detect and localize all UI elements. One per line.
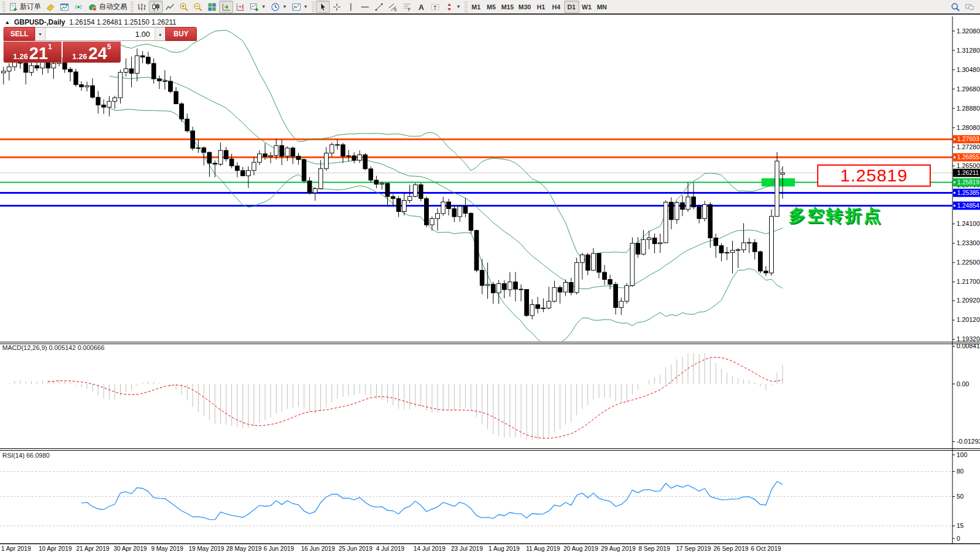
bar-chart-button[interactable] [135,1,149,13]
price-tick-label: 1.28880 [957,105,980,112]
sell-button[interactable]: SELL [4,27,35,41]
volume-input[interactable] [46,28,155,40]
price-flag-label: 1.25385 [957,189,979,196]
candle-body [158,79,162,81]
candle-body [452,209,456,217]
candle-body [391,197,395,198]
line-chart-button[interactable] [163,1,177,13]
candle-body [575,263,579,293]
buy-price-prefix: 1.26 [72,53,87,61]
buy-price-big: 24 [88,47,107,61]
fibonacci-button[interactable]: F [400,1,414,13]
templates-button[interactable]: ▼ [289,1,310,13]
timeframe-d1-button[interactable]: D1 [564,1,579,13]
equidistant-channel-button[interactable]: E [386,1,400,13]
vertical-line-button[interactable] [344,1,358,13]
candle-body [747,242,752,243]
indicators-button[interactable]: ▼ [247,1,268,13]
toolbar-grip [465,2,467,12]
arrows-button[interactable]: ▼ [442,1,463,13]
chat-button[interactable] [962,1,976,13]
candle-body [497,284,501,293]
search-button[interactable] [948,1,962,13]
candle-body [641,239,646,254]
autotrading-icon [88,2,97,12]
timeframe-m15-button[interactable]: M15 [499,1,516,13]
crosshair-button[interactable] [330,1,344,13]
tile-windows-button[interactable] [205,1,219,13]
trend-line-button[interactable] [372,1,386,13]
price-tick-label: 1.30480 [957,66,980,73]
price-flag-label: 1.26855 [957,153,979,160]
svg-text:F: F [408,8,410,12]
periods-button[interactable]: ▼ [268,1,289,13]
timeframe-w1-button[interactable]: W1 [579,1,595,13]
candle-body [202,147,206,152]
candle-body [369,169,373,180]
chart-shift-button[interactable] [233,1,247,13]
market-watch-button[interactable] [43,1,57,13]
candle-body [536,305,540,309]
fibonacci-icon: F [402,2,412,12]
candle-body [313,188,317,193]
autotrading-button[interactable]: 自动交易 [86,1,129,13]
timeframe-h1-button[interactable]: H1 [534,1,549,13]
new-order-icon [9,2,18,12]
new-order-button[interactable]: 新订单 [6,1,43,13]
candle-body [441,202,445,214]
sell-price-big: 21 [29,47,48,61]
svg-text:T: T [433,4,437,10]
candle-body [447,202,451,209]
buy-button[interactable]: BUY [165,27,197,41]
candle-body [191,131,195,149]
volume-increase-button[interactable]: ▲ [155,28,165,40]
volume-decrease-button[interactable]: ▼ [35,28,46,40]
timeframe-m1-button[interactable]: M1 [469,1,484,13]
candlestick-chart-button[interactable] [149,1,163,13]
signals-button[interactable] [71,1,86,13]
price-axis[interactable]: 1.320801.312801.304801.296801.288801.280… [952,16,980,544]
candlestick-chart-icon [151,2,161,12]
candle-body [129,68,134,73]
cursor-button[interactable] [316,1,330,13]
chart-area[interactable]: 1.320801.312801.304801.296801.288801.280… [0,0,980,556]
level-lines[interactable] [0,139,952,206]
zoom-in-button[interactable] [177,1,191,13]
text-button[interactable]: A [414,1,428,13]
candle-body [491,284,496,293]
rsi-tick-label: 50 [957,493,964,500]
time-axis[interactable]: 1 Apr 201910 Apr 201921 Apr 201930 Apr 2… [0,544,980,552]
candle-body [91,85,95,97]
zoom-out-button[interactable] [191,1,205,13]
candle-body [385,183,390,197]
candle-body [263,154,267,157]
panel-collapse-toggle[interactable]: ▲ [5,19,10,25]
timeframe-mn-button[interactable]: MN [595,1,610,13]
candle-body [69,69,73,72]
timeframe-m5-button[interactable]: M5 [484,1,499,13]
buy-price-button[interactable]: 1.26 24 5 [63,42,121,63]
candle-body [241,170,245,176]
horizontal-line-button[interactable] [358,1,372,13]
candle-body [330,145,334,153]
timeframe-h4-button[interactable]: H4 [549,1,564,13]
sell-price-button[interactable]: 1.26 21 1 [4,42,62,63]
bollinger-upper [110,30,783,260]
annotation-text[interactable]: 多空转折点 [788,204,882,228]
candle-body [463,206,467,213]
price-callout-label[interactable]: 1.25819 [817,164,931,187]
timeframe-m30-button[interactable]: M30 [516,1,533,13]
auto-scroll-button[interactable] [219,1,233,13]
chevron-down-icon: ▼ [282,4,287,9]
candle-body [118,73,122,98]
candle-body [291,148,295,156]
rsi-tick-label: 15 [957,522,964,529]
candle-body [224,150,228,159]
candle-body [714,238,718,246]
candle-body [630,243,634,286]
candle-body [770,217,774,273]
price-tick-label: 1.19320 [957,335,980,342]
candle-body [174,91,178,104]
text-label-button[interactable]: T [428,1,442,13]
new-chart-button[interactable] [57,1,71,13]
